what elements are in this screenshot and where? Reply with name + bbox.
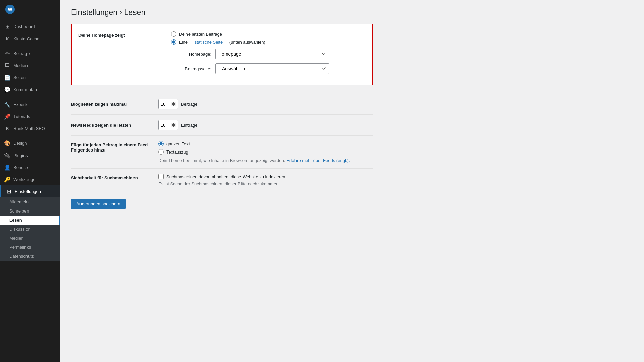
blogseiten-control: Beiträge bbox=[158, 99, 197, 109]
dashboard-icon: ⊞ bbox=[4, 23, 11, 30]
homepage-section-label: Deine Homepage zeigt bbox=[78, 31, 166, 38]
sidebar-item-label: Rank Math SEO bbox=[13, 126, 45, 131]
radio-excerpt-input[interactable] bbox=[158, 149, 164, 155]
beitragsseite-select[interactable]: – Auswählen – bbox=[215, 63, 329, 74]
homepage-section: Deine Homepage zeigt Deine letzten Beitr… bbox=[71, 24, 373, 85]
homepage-radio-latest[interactable]: Deine letzten Beiträge bbox=[171, 31, 366, 37]
wp-logo-icon: W bbox=[5, 5, 15, 14]
sidebar-item-einstellungen[interactable]: ⊞ Einstellungen bbox=[0, 185, 60, 197]
benutzer-icon: 👤 bbox=[4, 164, 11, 171]
homepage-field-label: Homepage: bbox=[171, 52, 211, 57]
sidebar-item-label: Medien bbox=[13, 63, 28, 68]
sichtbarkeit-checkbox-text: Suchmaschinen davon abhalten, diese Webs… bbox=[166, 174, 285, 179]
beitraege-icon: ✏ bbox=[4, 50, 11, 57]
submenu-lesen[interactable]: Lesen bbox=[0, 216, 60, 225]
radio-static-prefix: Eine bbox=[179, 40, 188, 45]
sidebar-item-experts[interactable]: 🔧 Experts bbox=[0, 98, 60, 110]
save-button[interactable]: Änderungen speichern bbox=[71, 199, 126, 209]
sidebar-item-benutzer[interactable]: 👤 Benutzer bbox=[0, 161, 60, 173]
sichtbarkeit-control: Suchmaschinen davon abhalten, diese Webs… bbox=[158, 174, 285, 186]
newsfeeds-row: Newsfeeds zeigen die letzten Einträge bbox=[71, 115, 373, 136]
homepage-options: Deine letzten Beiträge Eine statische Se… bbox=[171, 31, 366, 78]
submenu-medien[interactable]: Medien bbox=[0, 234, 60, 243]
feed-help-link[interactable]: Erfahre mehr über Feeds (engl.). bbox=[286, 158, 350, 163]
sidebar-item-label: Experts bbox=[13, 102, 28, 107]
sidebar-item-label: Plugins bbox=[13, 153, 28, 158]
sidebar-item-beitraege[interactable]: ✏ Beiträge bbox=[0, 47, 60, 59]
design-icon: 🎨 bbox=[4, 140, 11, 146]
radio-full-input[interactable] bbox=[158, 141, 164, 146]
sidebar-item-kommentare[interactable]: 💬 Kommentare bbox=[0, 83, 60, 96]
sidebar-item-label: Dashboard bbox=[13, 24, 35, 29]
tutorials-icon: 📌 bbox=[4, 113, 11, 120]
sidebar-item-label: Einstellungen bbox=[15, 189, 41, 194]
radio-latest-input[interactable] bbox=[171, 31, 176, 37]
sidebar-item-label: Benutzer bbox=[13, 165, 31, 170]
save-section: Änderungen speichern bbox=[71, 192, 373, 216]
sidebar-item-plugins[interactable]: 🔌 Plugins bbox=[0, 149, 60, 161]
rank-math-icon: R bbox=[4, 125, 11, 132]
sidebar-item-label: Tutorials bbox=[13, 114, 30, 119]
homepage-select-row: Homepage: Homepage bbox=[171, 49, 366, 59]
radio-excerpt-label: Textauszug bbox=[166, 149, 189, 155]
feed-radio-full[interactable]: ganzen Text bbox=[158, 141, 350, 146]
submenu-allgemein[interactable]: Allgemein bbox=[0, 197, 60, 206]
settings-form: Deine Homepage zeigt Deine letzten Beitr… bbox=[71, 24, 373, 216]
homepage-radio-static[interactable]: Eine statische Seite (unten auswählen) bbox=[171, 39, 366, 45]
einstellungen-icon: ⊞ bbox=[5, 188, 12, 195]
homepage-radio-group: Deine letzten Beiträge Eine statische Se… bbox=[171, 31, 366, 45]
radio-latest-label: Deine letzten Beiträge bbox=[179, 32, 222, 37]
feed-label: Füge für jeden Beitrag in einem Feed Fol… bbox=[71, 141, 158, 153]
kinsta-icon: K bbox=[4, 35, 11, 42]
submenu-datenschutz[interactable]: Datenschutz bbox=[0, 252, 60, 261]
submenu-schreiben[interactable]: Schreiben bbox=[0, 206, 60, 216]
plugins-icon: 🔌 bbox=[4, 152, 11, 159]
sidebar-item-tutorials[interactable]: 📌 Tutorials bbox=[0, 110, 60, 122]
radio-full-label: ganzen Text bbox=[166, 141, 190, 146]
blogseiten-input[interactable] bbox=[158, 99, 178, 109]
sidebar-item-label: Seiten bbox=[13, 75, 26, 80]
feed-control: ganzen Text Textauszug Dein Theme bestim… bbox=[158, 141, 350, 163]
newsfeeds-suffix: Einträge bbox=[181, 123, 197, 128]
newsfeeds-label: Newsfeeds zeigen die letzten bbox=[71, 123, 158, 128]
beitragsseite-select-row: Beitragsseite: – Auswählen – bbox=[171, 63, 366, 74]
blogseiten-row: Blogseiten zeigen maximal Beiträge bbox=[71, 94, 373, 115]
submenu-diskussion[interactable]: Diskussion bbox=[0, 225, 60, 234]
beitragsseite-field-label: Beitragsseite: bbox=[171, 66, 211, 71]
sidebar-item-label: Design bbox=[13, 141, 27, 146]
blogseiten-suffix: Beiträge bbox=[181, 102, 197, 107]
sidebar-item-label: Werkzeuge bbox=[13, 177, 36, 182]
einstellungen-submenu: Allgemein Schreiben Lesen Diskussion Med… bbox=[0, 197, 60, 261]
sidebar-item-seiten[interactable]: 📄 Seiten bbox=[0, 71, 60, 83]
main-content: Einstellungen › Lesen Deine Homepage zei… bbox=[60, 0, 644, 362]
newsfeeds-control: Einträge bbox=[158, 120, 197, 130]
werkzeuge-icon: 🔑 bbox=[4, 176, 11, 183]
sidebar-navigation: ⊞ Dashboard K Kinsta Cache ✏ Beiträge 🖼 … bbox=[0, 19, 60, 362]
sidebar-logo: W bbox=[0, 0, 60, 19]
sidebar-item-label: Kommentare bbox=[13, 87, 38, 92]
static-suffix: (unten auswählen) bbox=[229, 40, 265, 45]
feed-row: Füge für jeden Beitrag in einem Feed Fol… bbox=[71, 136, 373, 169]
sichtbarkeit-checkbox-label[interactable]: Suchmaschinen davon abhalten, diese Webs… bbox=[158, 174, 285, 179]
sidebar-item-label: Beiträge bbox=[13, 51, 30, 56]
sidebar-item-design[interactable]: 🎨 Design bbox=[0, 137, 60, 149]
radio-static-input[interactable] bbox=[171, 39, 176, 45]
kommentare-icon: 💬 bbox=[4, 86, 11, 93]
sidebar-item-medien[interactable]: 🖼 Medien bbox=[0, 59, 60, 71]
sichtbarkeit-checkbox[interactable] bbox=[158, 174, 164, 179]
sichtbarkeit-help-text: Es ist Sache der Suchmaschinen, dieser B… bbox=[158, 181, 285, 186]
sidebar-item-dashboard[interactable]: ⊞ Dashboard bbox=[0, 20, 60, 33]
sidebar-item-label: Kinsta Cache bbox=[13, 36, 39, 41]
newsfeeds-input[interactable] bbox=[158, 120, 178, 130]
sichtbarkeit-label: Sichtbarkeit für Suchmaschinen bbox=[71, 174, 158, 180]
sidebar-item-kinsta-cache[interactable]: K Kinsta Cache bbox=[0, 33, 60, 45]
feed-radio-excerpt[interactable]: Textauszug bbox=[158, 149, 350, 155]
static-seite-link[interactable]: statische Seite bbox=[195, 40, 223, 45]
seiten-icon: 📄 bbox=[4, 74, 11, 81]
sidebar-item-werkzeuge[interactable]: 🔑 Werkzeuge bbox=[0, 173, 60, 185]
submenu-permalinks[interactable]: Permalinks bbox=[0, 243, 60, 252]
experts-icon: 🔧 bbox=[4, 101, 11, 108]
homepage-select[interactable]: Homepage bbox=[215, 49, 329, 59]
sidebar-item-rank-math-seo[interactable]: R Rank Math SEO bbox=[0, 122, 60, 134]
page-title: Einstellungen › Lesen bbox=[71, 8, 633, 17]
